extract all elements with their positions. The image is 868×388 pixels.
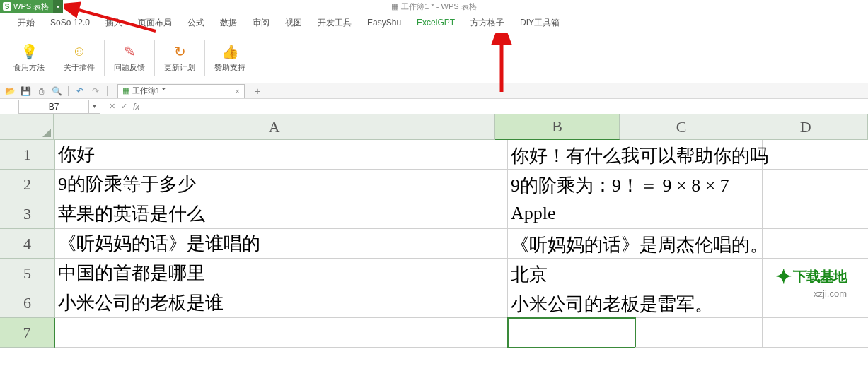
cell-D2[interactable] bbox=[763, 170, 868, 199]
ribbon-label: 问题反馈 bbox=[114, 62, 145, 73]
window-title: ▦ 工作簿1 * - WPS 表格 bbox=[391, 1, 476, 12]
row-header-7[interactable]: 7 bbox=[0, 318, 55, 348]
separator bbox=[68, 86, 69, 96]
row-header-6[interactable]: 6 bbox=[0, 288, 55, 318]
cell-A3[interactable]: 苹果的英语是什么 bbox=[55, 199, 508, 229]
cell-A2[interactable]: 9的阶乘等于多少 bbox=[55, 170, 508, 199]
close-tab-icon[interactable]: × bbox=[236, 87, 240, 95]
cell-C4[interactable] bbox=[635, 229, 763, 259]
col-header-B[interactable]: B bbox=[495, 114, 620, 140]
ribbon-更新计划[interactable]: ↻更新计划 bbox=[158, 36, 202, 80]
name-box[interactable]: B7 bbox=[18, 100, 89, 114]
row-header-4[interactable]: 4 bbox=[0, 229, 55, 259]
ribbon-label: 关于插件 bbox=[64, 62, 95, 73]
cell-D1[interactable] bbox=[763, 140, 868, 170]
cell-B2[interactable] bbox=[508, 170, 635, 199]
menu-bar: 开始SoSo 12.0插入页面布局公式数据审阅视图开发工具EasyShuExce… bbox=[0, 13, 868, 33]
cell-D5[interactable] bbox=[763, 259, 868, 288]
cell-B6[interactable] bbox=[508, 288, 635, 318]
menu-开发工具[interactable]: 开发工具 bbox=[310, 17, 359, 29]
row-header-1[interactable]: 1 bbox=[0, 140, 55, 170]
print-preview-icon[interactable]: 🔍 bbox=[51, 86, 62, 97]
ribbon-icon: 💡 bbox=[21, 43, 37, 60]
ribbon-icon: ☺ bbox=[71, 43, 88, 60]
formula-bar: B7 ▼ ✕ ✓ fx bbox=[0, 99, 868, 114]
cell-B5[interactable] bbox=[508, 259, 635, 288]
document-tab[interactable]: ▦ 工作簿1 * × bbox=[117, 84, 245, 98]
menu-soso 12.0[interactable]: SoSo 12.0 bbox=[42, 18, 98, 28]
ribbon-label: 赞助支持 bbox=[214, 62, 245, 73]
cell-C7[interactable] bbox=[635, 318, 763, 348]
app-badge[interactable]: S WPS 表格 bbox=[0, 0, 53, 13]
doc-tab-label: 工作簿1 * bbox=[132, 86, 165, 96]
cell-B4[interactable] bbox=[508, 229, 635, 259]
cell-D6[interactable] bbox=[763, 288, 868, 318]
cell-A5[interactable]: 中国的首都是哪里 bbox=[55, 259, 508, 288]
print-icon[interactable]: ⎙ bbox=[35, 86, 47, 97]
cell-B1[interactable] bbox=[508, 140, 635, 170]
quick-access-toolbar: 📂 💾 ⎙ 🔍 ↶ ↷ ▦ 工作簿1 * × + bbox=[0, 83, 868, 99]
row-header-3[interactable]: 3 bbox=[0, 199, 55, 229]
cell-C2[interactable] bbox=[635, 170, 763, 199]
new-tab-button[interactable]: + bbox=[255, 86, 260, 97]
row-header-5[interactable]: 5 bbox=[0, 259, 55, 288]
cell-D7[interactable] bbox=[763, 318, 868, 348]
name-box-dropdown[interactable]: ▼ bbox=[89, 100, 100, 114]
ribbon-赞助支持[interactable]: 👍赞助支持 bbox=[208, 36, 252, 80]
fx-label[interactable]: fx bbox=[133, 102, 139, 112]
col-header-C[interactable]: C bbox=[620, 114, 744, 140]
cancel-icon[interactable]: ✕ bbox=[109, 102, 115, 111]
title-bar: S WPS 表格 ▾ ▦ 工作簿1 * - WPS 表格 bbox=[0, 0, 868, 13]
save-icon[interactable]: 💾 bbox=[20, 86, 31, 97]
confirm-icon[interactable]: ✓ bbox=[121, 102, 127, 111]
cell-C1[interactable] bbox=[635, 140, 763, 170]
cell-A4[interactable]: 《听妈妈的话》是谁唱的 bbox=[55, 229, 508, 259]
redo-icon[interactable]: ↷ bbox=[90, 86, 101, 97]
ribbon-食用方法[interactable]: 💡食用方法 bbox=[7, 36, 51, 80]
ribbon-label: 食用方法 bbox=[13, 62, 45, 73]
open-icon[interactable]: 📂 bbox=[4, 86, 16, 97]
app-menu-dropdown[interactable]: ▾ bbox=[53, 0, 63, 13]
ribbon: 💡食用方法☺关于插件✎问题反馈↻更新计划👍赞助支持 bbox=[0, 33, 868, 83]
cell-A6[interactable]: 小米公司的老板是谁 bbox=[55, 288, 508, 318]
spreadsheet-grid[interactable]: ABCD1你好你好！有什么我可以帮助你的吗29的阶乘等于多少9的阶乘为：9！＝ … bbox=[0, 114, 868, 348]
app-logo-icon: S bbox=[3, 2, 11, 11]
menu-插入[interactable]: 插入 bbox=[98, 17, 130, 29]
menu-diy工具箱[interactable]: DIY工具箱 bbox=[512, 17, 567, 29]
ribbon-icon: ↻ bbox=[171, 43, 188, 60]
cell-B7[interactable] bbox=[508, 318, 635, 348]
cell-C3[interactable] bbox=[635, 199, 763, 229]
menu-easyshu[interactable]: EasyShu bbox=[359, 18, 409, 28]
select-all-corner[interactable] bbox=[0, 114, 54, 140]
menu-视图[interactable]: 视图 bbox=[277, 17, 310, 29]
menu-审阅[interactable]: 审阅 bbox=[245, 17, 277, 29]
cell-A7[interactable] bbox=[55, 318, 508, 348]
ribbon-icon: ✎ bbox=[121, 43, 138, 60]
col-header-D[interactable]: D bbox=[743, 114, 868, 140]
separator bbox=[107, 86, 108, 96]
doc-tab-icon: ▦ bbox=[122, 86, 129, 95]
ribbon-问题反馈[interactable]: ✎问题反馈 bbox=[108, 36, 151, 80]
menu-excelgpt[interactable]: ExcelGPT bbox=[409, 18, 463, 28]
ribbon-label: 更新计划 bbox=[164, 62, 195, 73]
menu-页面布局[interactable]: 页面布局 bbox=[130, 17, 180, 29]
menu-公式[interactable]: 公式 bbox=[180, 17, 212, 29]
row-header-2[interactable]: 2 bbox=[0, 170, 55, 199]
cell-B3[interactable] bbox=[508, 199, 635, 229]
menu-方方格子[interactable]: 方方格子 bbox=[463, 17, 512, 29]
ribbon-关于插件[interactable]: ☺关于插件 bbox=[57, 36, 101, 80]
cell-C5[interactable] bbox=[635, 259, 763, 288]
cell-D4[interactable] bbox=[763, 229, 868, 259]
ribbon-icon: 👍 bbox=[221, 43, 238, 60]
cell-C6[interactable] bbox=[635, 288, 763, 318]
col-header-A[interactable]: A bbox=[54, 114, 495, 140]
undo-icon[interactable]: ↶ bbox=[74, 86, 86, 97]
cell-D3[interactable] bbox=[763, 199, 868, 229]
doc-icon: ▦ bbox=[391, 2, 398, 11]
menu-开始[interactable]: 开始 bbox=[10, 17, 42, 29]
app-name: WPS 表格 bbox=[13, 1, 49, 12]
menu-数据[interactable]: 数据 bbox=[212, 17, 245, 29]
cell-A1[interactable]: 你好 bbox=[55, 140, 508, 170]
